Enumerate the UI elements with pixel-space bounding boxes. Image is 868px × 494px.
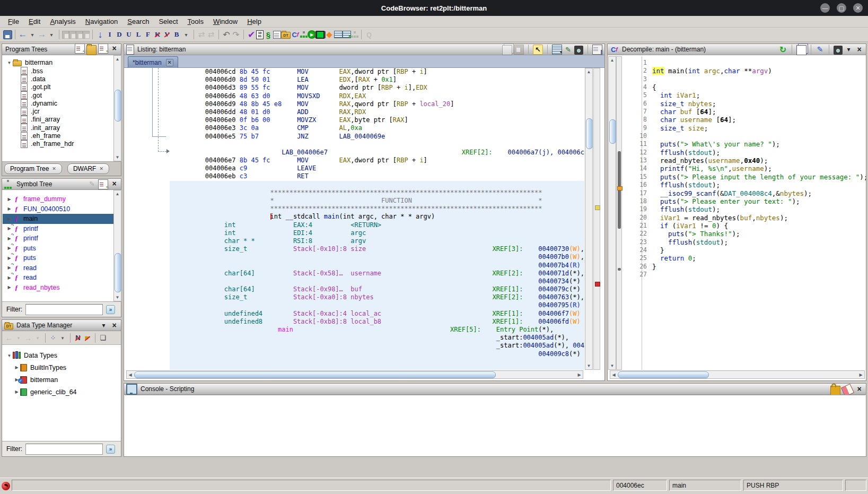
instruction-i-icon[interactable]: I — [105, 30, 115, 39]
listing-row[interactable]: 004006ea c9 LEAVE — [125, 164, 584, 172]
navigate-out-icon[interactable]: ⇄ — [206, 30, 216, 39]
listing-row[interactable]: 00400795(R) — [125, 301, 584, 309]
tab-close-icon[interactable]: ✕ — [99, 166, 103, 171]
listing-row[interactable]: 004006dd 48 01 d0 ADD RAX,RDX — [125, 108, 584, 116]
tree-item-jcr[interactable]: .jcr — [3, 107, 114, 115]
listing-row[interactable]: 004007b4(R) — [125, 262, 584, 270]
menu-select[interactable]: Select — [155, 16, 181, 27]
decompile-line[interactable]: 18 puts("> Please enter your text: "); — [622, 197, 866, 205]
decompile-line[interactable]: 27 — [622, 271, 866, 279]
listing-row[interactable]: 004006cd 8b 45 fc MOV EAX,dword ptr [RBP… — [125, 68, 584, 76]
script-manager-icon[interactable]: § — [264, 30, 273, 39]
forward-icon[interactable]: → — [37, 30, 47, 39]
listing-row[interactable]: 004006eb c3 RET — [125, 172, 584, 180]
listing-row[interactable]: int EDI:4 argc — [125, 229, 584, 237]
listing-row[interactable]: int EAX:4 <RETURN> — [125, 221, 584, 229]
menu-window[interactable]: Window — [209, 16, 241, 27]
function-f-icon[interactable]: F — [143, 30, 153, 39]
label-l-icon[interactable]: L — [134, 30, 143, 39]
paste-icon[interactable] — [514, 45, 524, 55]
decompile-line[interactable]: 24 } — [622, 246, 866, 254]
tree-item-bitterman[interactable]: ▼bitterman — [3, 58, 114, 67]
notepad-icon[interactable] — [273, 31, 281, 39]
diamond-icon[interactable]: ◆ — [325, 30, 334, 39]
close-icon[interactable]: × — [855, 385, 864, 394]
listing-row[interactable]: 004006e3 3c 0a CMP AL,0xa — [125, 124, 584, 132]
disassemble-icon[interactable]: ↓ — [95, 30, 105, 39]
data-d-icon[interactable]: D — [115, 30, 124, 39]
decompile-line[interactable]: 23 fflush(stdout); — [622, 238, 866, 246]
listing-row[interactable]: undefined4 Stack[-0xac]:4 local_ac XREF[… — [125, 310, 584, 318]
decompile-hscrollbar[interactable]: ◀▶ — [610, 370, 865, 379]
tree-item-bss[interactable]: .bss — [3, 67, 114, 75]
forward-dropdown-icon[interactable]: ▾ — [47, 30, 56, 39]
edit-icon[interactable]: ✎ — [816, 45, 825, 54]
undo-icon[interactable]: ↶ — [222, 30, 231, 39]
bookmark-marker-yellow[interactable] — [595, 205, 600, 210]
expand-icon[interactable]: ▶ — [6, 216, 13, 221]
maximize-button-icon[interactable]: ▢ — [837, 3, 846, 13]
decompile-line[interactable]: 9 size_t size; — [622, 124, 866, 132]
menu-search[interactable]: Search — [124, 16, 153, 27]
pointer-filter-dropdown-icon[interactable]: ▾ — [58, 333, 67, 343]
listing-tab-bitterman[interactable]: *bitterman ✕ — [128, 56, 178, 68]
dtm-item-BuiltInTypes[interactable]: ▶BuiltInTypes — [3, 361, 120, 374]
pointer-filter-icon[interactable]: ⁘ — [48, 333, 58, 343]
decompile-line[interactable]: 6 size_t nbytes; — [622, 100, 866, 108]
listing-row[interactable]: char * * RSI:8 argv — [125, 237, 584, 245]
open-folder-icon[interactable] — [86, 45, 97, 55]
tree-item-got[interactable]: .got — [3, 91, 114, 99]
listing-row[interactable]: 004006d0 8d 50 01 LEA EDX,[RAX + 0x1] — [125, 76, 584, 84]
forward-icon[interactable]: → — [23, 333, 33, 343]
back-dropdown-icon[interactable]: ▾ — [28, 30, 37, 39]
listing-row[interactable]: size_t Stack[-0xa0]:8 nbytes XREF[2]: 00… — [125, 293, 584, 301]
callgraph-icon[interactable] — [300, 31, 308, 38]
symbol-item-read[interactable]: ▶ƒ↷read — [3, 273, 114, 283]
menu-help[interactable]: Help — [243, 16, 265, 27]
table-export-icon[interactable]: ▸ — [343, 31, 351, 38]
dtm-root-data-types[interactable]: ▼Data Types — [3, 350, 120, 361]
tree-item-eh_frame[interactable]: .eh_frame — [3, 132, 114, 140]
tree-item-gotplt[interactable]: .got.plt — [3, 83, 114, 91]
listing-row[interactable]: * FUNCTION * — [125, 197, 584, 205]
decompile-code-area[interactable]: 12int main(int argc,char **argv)34{5 int… — [622, 59, 866, 370]
listing-row[interactable]: 004006d9 48 8b 45 e8 MOV RAX,qword ptr [… — [125, 100, 584, 108]
tree-item-eh_frame_hdr[interactable]: .eh_frame_hdr — [3, 140, 114, 148]
refresh-icon[interactable]: ↻ — [778, 45, 787, 54]
program-trees-scrollbar[interactable]: ▲▼ — [113, 55, 121, 161]
decompile-line[interactable]: 13 read_nbytes(username,0x40); — [622, 157, 866, 164]
dropdown-icon[interactable]: ▾ — [99, 321, 108, 330]
expand-icon[interactable]: ▶ — [13, 389, 20, 394]
symbol-item-printf[interactable]: ▶ƒ↷printf — [3, 233, 114, 244]
menu-tools[interactable]: Tools — [184, 16, 207, 27]
symbol-item-main[interactable]: ▶ƒmain — [3, 214, 114, 224]
memory-chip-icon[interactable] — [316, 31, 325, 39]
goto-external-icon[interactable]: » — [98, 44, 108, 54]
validate-icon[interactable]: ✔ — [247, 30, 256, 39]
tab-close-icon[interactable]: ✕ — [52, 166, 56, 171]
close-icon[interactable]: × — [110, 321, 119, 330]
navigate-in-icon[interactable]: ⇄ — [197, 30, 206, 39]
listing-row[interactable]: undefined8 Stack[-0xb8]:8 local_b8 XREF[… — [125, 318, 584, 326]
listing-code-area[interactable]: 004006cd 8b 45 fc MOV EAX,dword ptr [RBP… — [125, 68, 584, 370]
listing-row[interactable]: char[64] Stack[-0x98]… buf XREF[1]: 0040… — [125, 285, 584, 293]
listing-row[interactable]: 004006e0 0f b6 00 MOVZX EAX,byte ptr [RA… — [125, 116, 584, 124]
question-icon[interactable]: Q — [364, 30, 374, 39]
bookmark-dropdown-icon[interactable]: ▾ — [181, 30, 191, 39]
listing-row[interactable]: _start:004005ad(*), — [125, 334, 584, 342]
listing-row[interactable]: 004006d6 48 63 d0 MOVSXD RDX,EAX — [125, 92, 584, 100]
bookmark-b-icon[interactable]: B — [172, 30, 181, 39]
listing-row[interactable]: 00400734(*) — [125, 278, 584, 285]
edit-pencil-icon[interactable]: ✎ — [87, 179, 97, 188]
strike-v-icon[interactable]: V — [162, 30, 172, 39]
symbol-filter-input[interactable] — [25, 304, 103, 315]
decompile-line[interactable]: 8 char username [64]; — [622, 116, 866, 124]
listing-row[interactable]: 004006d3 89 55 fc MOV dword ptr [RBP + i… — [125, 84, 584, 92]
symbol-item-puts[interactable]: ▶ƒ↷puts — [3, 244, 114, 254]
listing-row[interactable]: 004007b0(W), — [125, 253, 584, 261]
menu-edit[interactable]: Edit — [25, 16, 44, 27]
listing-row[interactable] — [125, 181, 584, 189]
expand-icon[interactable]: ▶ — [6, 197, 13, 202]
tab-program-tree[interactable]: Program Tree✕ — [4, 163, 62, 174]
snapshot-camera-icon[interactable] — [574, 46, 583, 55]
